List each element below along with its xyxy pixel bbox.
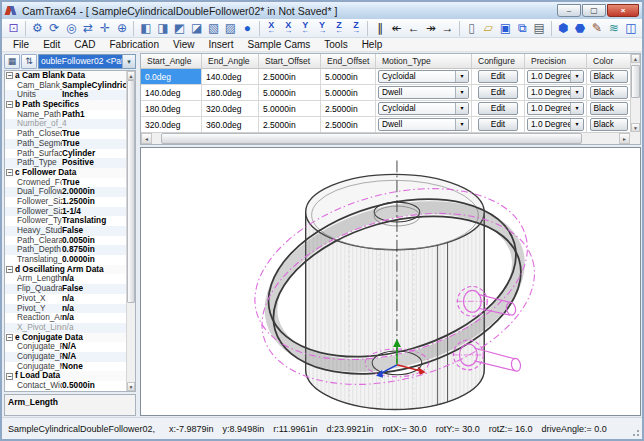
property-section-c-follower-data[interactable]: −c Follower Data <box>5 168 126 178</box>
segment-table-hscrollbar[interactable]: ◄ ► <box>141 132 630 144</box>
maximize-button[interactable]: ▢ <box>582 4 606 17</box>
edit-button[interactable]: Edit <box>478 102 518 115</box>
color-button[interactable]: Black <box>590 86 628 99</box>
start-angle-cell[interactable]: 320.0deg <box>141 117 202 133</box>
export-part-f-icon[interactable]: ⬣ <box>572 20 589 37</box>
scrollbar-track[interactable] <box>631 63 640 123</box>
menu-item-sample-cams[interactable]: Sample Cams <box>240 39 317 50</box>
end-offset-cell[interactable]: 2.5000in <box>321 117 376 133</box>
chevron-down-icon[interactable]: ▾ <box>570 103 583 114</box>
scroll-up-icon[interactable]: ▲ <box>631 54 640 63</box>
property-row-heavy-stud[interactable]: Heavy_StudFalse <box>5 226 126 236</box>
categorized-view-icon[interactable]: ▦ <box>4 54 20 69</box>
property-value[interactable]: 0.0050in <box>62 236 126 246</box>
iso-view-se-icon[interactable]: ◩ <box>171 20 188 37</box>
chevron-down-icon[interactable]: ▾ <box>455 71 468 82</box>
animate-cam-icon[interactable]: ⚙ <box>29 20 46 37</box>
rotate-y-pos-icon[interactable]: Y→ <box>314 20 331 37</box>
property-value[interactable]: 1-1/4 <box>62 207 126 217</box>
property-value[interactable]: n/a <box>62 294 126 304</box>
property-row-crowned-follow[interactable]: Crowned_FollowTrue <box>5 178 126 188</box>
property-value[interactable]: None <box>62 362 126 372</box>
property-row-flip-quadrant[interactable]: Flip_QuadrantFalse <box>5 284 126 294</box>
menu-item-file[interactable]: File <box>6 39 36 50</box>
edit-button[interactable]: Edit <box>478 86 518 99</box>
orbit-icon[interactable]: ⊕ <box>114 20 131 37</box>
property-row-path-segments-c[interactable]: Path_Segments_CTrue <box>5 139 126 149</box>
property-value[interactable]: Cylinder <box>62 149 126 159</box>
chevron-down-icon[interactable]: ▾ <box>455 87 468 98</box>
scroll-right-icon[interactable]: ► <box>619 133 630 144</box>
scrollbar-thumb[interactable] <box>161 133 581 144</box>
end-offset-cell[interactable]: 5.0000in <box>321 85 376 101</box>
minimize-button[interactable]: – <box>557 4 581 17</box>
pause-icon[interactable]: ∥ <box>371 20 388 37</box>
color-button[interactable]: Black <box>590 118 628 131</box>
end-angle-cell[interactable]: 360.0deg <box>202 117 259 133</box>
end-angle-cell[interactable]: 320.0deg <box>202 101 259 117</box>
column-header-end-angle[interactable]: End_Angle <box>202 54 259 69</box>
rotate-axis-icon[interactable]: ◎ <box>63 20 80 37</box>
property-row-number-of-segr[interactable]: Number_of_Segr4 <box>5 119 126 129</box>
property-row-dual-follower-s[interactable]: Dual_Follower_S2.0000in <box>5 187 126 197</box>
property-value[interactable]: True <box>62 139 126 149</box>
scroll-left-icon[interactable]: ◄ <box>141 133 152 144</box>
property-section-f-load-data[interactable]: −f Load Data <box>5 371 126 381</box>
precision-combobox[interactable]: 1.0 Degree▾ <box>527 118 584 131</box>
property-row-cam-blank-name[interactable]: Cam_Blank_NameSampleCylindrical <box>5 81 126 91</box>
property-value[interactable]: Translating <box>62 216 126 226</box>
property-value[interactable]: 1.2500in <box>62 197 126 207</box>
iso-view-ne-icon[interactable]: ◧ <box>137 20 154 37</box>
property-row-conjugate-follow[interactable]: Conjugate_FollowN/A <box>5 342 126 352</box>
chevron-down-icon[interactable]: ▾ <box>570 71 583 82</box>
property-value[interactable]: SampleCylindrical <box>62 81 126 91</box>
segment-row[interactable]: 180.0deg320.0deg5.0000in2.5000inCycloida… <box>141 101 640 117</box>
menu-item-tools[interactable]: Tools <box>317 39 354 50</box>
column-header-start-offset[interactable]: Start_Offset <box>259 54 321 69</box>
save-all-icon[interactable]: ⧉ <box>514 20 531 37</box>
property-row-path-closed[interactable]: Path_ClosedTrue <box>5 129 126 139</box>
edit-button[interactable]: Edit <box>478 70 518 83</box>
property-value[interactable]: 0.5000in <box>62 381 126 391</box>
segment-table-vscrollbar[interactable]: ▲ ▼ <box>630 54 640 132</box>
property-value[interactable]: 4 <box>62 119 126 129</box>
close-button[interactable]: × <box>607 4 639 17</box>
color-button[interactable]: Black <box>590 70 628 83</box>
resize-grip[interactable] <box>629 426 640 437</box>
save-icon[interactable]: ▣ <box>497 20 514 37</box>
rotate-cw-icon[interactable]: ⟳ <box>46 20 63 37</box>
export-database-icon[interactable]: ◫ <box>622 20 639 37</box>
path-selector-combobox[interactable]: oubleFollower02 <Path1> ▾ <box>38 54 136 69</box>
edit-pencil-icon[interactable]: ✎ <box>589 20 606 37</box>
segment-row[interactable]: 140.0deg180.0deg5.0000in5.0000inDwell▾Ed… <box>141 85 640 101</box>
collapse-icon[interactable]: − <box>6 266 13 273</box>
screen-layout-icon[interactable]: ⊡ <box>5 20 22 37</box>
edit-button[interactable]: Edit <box>478 118 518 131</box>
chevron-down-icon[interactable]: ▾ <box>122 55 135 68</box>
property-row-follower-size-di[interactable]: Follower_Size_Di1.2500in <box>5 197 126 207</box>
start-offset-cell[interactable]: 5.0000in <box>259 85 321 101</box>
iso-view-sw-icon[interactable]: ◪ <box>188 20 205 37</box>
export-part-icon[interactable]: ⬢ <box>555 20 572 37</box>
menu-item-view[interactable]: View <box>166 39 202 50</box>
iso-view-nw-icon[interactable]: ◨ <box>154 20 171 37</box>
property-row-translating-offs[interactable]: Translating_Offs0.0000in <box>5 255 126 265</box>
property-row-follower-type[interactable]: Follower_TypeTranslating <box>5 216 126 226</box>
property-row-path-type[interactable]: Path_TypePositive <box>5 158 126 168</box>
property-value[interactable]: Positive <box>62 158 126 168</box>
menu-item-edit[interactable]: Edit <box>36 39 67 50</box>
scroll-up-icon[interactable]: ▲ <box>127 71 135 80</box>
shaded-view-icon[interactable]: ● <box>239 20 256 37</box>
menu-item-insert[interactable]: Insert <box>201 39 240 50</box>
property-value[interactable]: N/A <box>62 352 126 362</box>
skip-start-icon[interactable]: ↞ <box>388 20 405 37</box>
property-value[interactable]: Inches <box>62 90 126 100</box>
start-angle-cell[interactable]: 0.0deg <box>141 69 202 85</box>
front-view-icon[interactable]: ▧ <box>205 20 222 37</box>
scrollbar-thumb[interactable] <box>127 80 135 303</box>
motion-type-combobox[interactable]: Cycloidal▾ <box>378 70 469 83</box>
property-value[interactable]: 0.8750in <box>62 245 126 255</box>
rotate-z-pos-icon[interactable]: Z→ <box>348 20 365 37</box>
property-grid-scrollbar[interactable]: ▲ ▼ <box>126 71 135 391</box>
start-offset-cell[interactable]: 5.0000in <box>259 101 321 117</box>
